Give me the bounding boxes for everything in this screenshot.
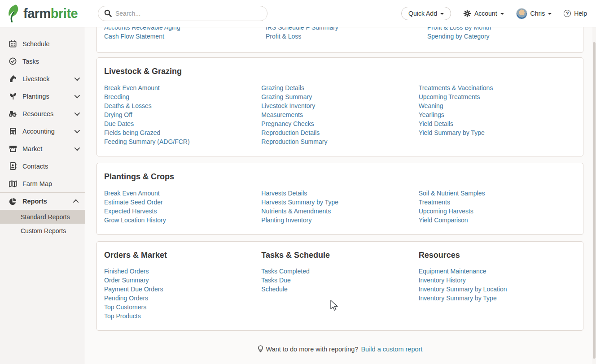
report-link[interactable]: Livestock Inventory xyxy=(261,101,418,110)
report-link[interactable]: Inventory History xyxy=(419,276,576,285)
search-input[interactable] xyxy=(98,6,267,21)
leaf-icon xyxy=(6,4,21,23)
farmbrite-logo[interactable]: farmbrite xyxy=(0,4,86,23)
sidebar-item-farm-map[interactable]: Farm Map xyxy=(0,175,85,192)
chevron-down-icon xyxy=(500,13,504,15)
report-link[interactable]: Harvests Summary by Type xyxy=(261,198,418,207)
chevron-down-icon xyxy=(74,145,80,151)
report-link[interactable]: Inventory Summary by Location xyxy=(419,285,576,294)
sidebar-subitem-standard-reports[interactable]: Standard Reports xyxy=(0,210,85,224)
sidebar-item-label: Market xyxy=(22,145,74,152)
report-link[interactable]: Nutrients & Amendments xyxy=(261,207,418,216)
sidebar-item-label: Resources xyxy=(22,110,74,117)
report-link[interactable]: Break Even Amount xyxy=(104,189,261,198)
report-link[interactable]: Payment Due Orders xyxy=(104,285,261,294)
quick-add-button[interactable]: Quick Add xyxy=(401,7,451,20)
chevron-down-icon xyxy=(548,13,552,15)
calendar-icon xyxy=(9,40,17,48)
report-link[interactable]: Estimate Seed Order xyxy=(104,198,261,207)
help-button[interactable]: ? Help xyxy=(564,10,587,17)
sidebar-item-label: Contacts xyxy=(22,163,79,170)
report-link[interactable]: Deaths & Losses xyxy=(104,101,261,110)
report-link[interactable]: Upcoming Treatments xyxy=(419,92,576,101)
sidebar-item-resources[interactable]: Resources xyxy=(0,105,85,122)
sidebar-item-schedule[interactable]: Schedule xyxy=(0,35,85,52)
report-link[interactable]: Top Products xyxy=(104,312,261,321)
report-link[interactable]: Accounts Receivable Aging xyxy=(104,27,266,32)
sidebar-item-plantings[interactable]: Plantings xyxy=(0,87,85,105)
report-link[interactable]: Tasks Completed xyxy=(261,267,418,276)
report-link[interactable]: Reproduction Details xyxy=(261,128,418,137)
search-icon xyxy=(104,9,112,17)
sidebar-item-market[interactable]: Market xyxy=(0,140,85,157)
report-link[interactable]: Finished Orders xyxy=(104,267,261,276)
report-link[interactable]: Equipment Maintenance xyxy=(419,267,576,276)
sidebar-item-label: Reports xyxy=(22,198,74,205)
scrollbar-thumb[interactable] xyxy=(593,42,596,359)
sidebar-item-reports[interactable]: Reports xyxy=(0,192,85,210)
report-link[interactable]: Grow Location History xyxy=(104,216,261,225)
report-link[interactable]: Expected Harvests xyxy=(104,207,261,216)
report-link[interactable]: Break Even Amount xyxy=(104,83,261,92)
report-link[interactable]: Cash Flow Statement xyxy=(104,32,266,41)
report-link[interactable]: Tasks Due xyxy=(261,276,418,285)
report-link[interactable]: Treatments & Vaccinations xyxy=(419,83,576,92)
report-link[interactable]: Due Dates xyxy=(104,119,261,128)
sidebar-item-label: Livestock xyxy=(22,75,74,82)
horse-icon xyxy=(9,75,17,82)
report-link[interactable]: Spending by Category xyxy=(427,32,583,41)
report-link[interactable]: Yearlings xyxy=(419,110,576,119)
report-link[interactable]: Top Customers xyxy=(104,303,261,312)
report-link[interactable]: Grazing Details xyxy=(261,83,418,92)
report-link[interactable]: Yield Comparison xyxy=(419,216,576,225)
report-link[interactable]: Reproduction Summary xyxy=(261,137,418,146)
report-link[interactable]: Pregnancy Checks xyxy=(261,119,418,128)
report-link[interactable]: Pending Orders xyxy=(104,294,261,303)
user-menu[interactable]: Chris xyxy=(516,8,552,19)
report-link[interactable]: Fields being Grazed xyxy=(104,128,261,137)
report-link[interactable]: Profit & Loss xyxy=(266,32,427,41)
report-link[interactable]: Upcoming Harvests xyxy=(419,207,576,216)
report-link[interactable]: Feeding Summary (ADG/FCR) xyxy=(104,137,261,146)
sidebar-item-accounting[interactable]: Accounting xyxy=(0,122,85,140)
vertical-scrollbar[interactable] xyxy=(592,27,596,364)
account-menu[interactable]: Account xyxy=(463,9,504,17)
sidebar-item-livestock[interactable]: Livestock xyxy=(0,70,85,87)
quick-add-label: Quick Add xyxy=(408,10,437,17)
report-link[interactable]: Treatments xyxy=(419,198,576,207)
report-link[interactable]: Harvests Details xyxy=(261,189,418,198)
report-link[interactable]: Planting Inventory xyxy=(261,216,418,225)
sidebar-subitem-label: Custom Reports xyxy=(21,227,66,234)
report-link[interactable]: Schedule xyxy=(261,285,418,294)
sidebar-subitem-custom-reports[interactable]: Custom Reports xyxy=(0,224,85,238)
report-link[interactable]: Measurements xyxy=(261,110,418,119)
report-card-accounting: Accounts Receivable AgingCash Flow State… xyxy=(96,27,583,53)
report-link[interactable]: Soil & Nutrient Samples xyxy=(419,189,576,198)
chevron-down-icon xyxy=(440,13,444,15)
report-link[interactable]: IRS Schedule F Summary xyxy=(266,27,427,32)
chevron-down-icon xyxy=(74,75,80,81)
report-link[interactable]: Grazing Summary xyxy=(261,92,418,101)
report-link[interactable]: Inventory Summary by Type xyxy=(419,294,576,303)
build-custom-report-link[interactable]: Build a custom report xyxy=(361,346,422,353)
tractor-icon xyxy=(9,110,17,117)
map-icon xyxy=(9,180,17,187)
sidebar-item-label: Farm Map xyxy=(22,180,79,187)
check-circle-icon xyxy=(9,57,17,65)
help-label: Help xyxy=(574,10,587,17)
report-link[interactable]: Yield Details xyxy=(419,119,576,128)
report-link[interactable]: Drying Off xyxy=(104,110,261,119)
report-card-livestock-grazing: Livestock & Grazing Break Even AmountBre… xyxy=(96,57,583,156)
report-link[interactable]: Profit & Loss By Month xyxy=(427,27,583,32)
sidebar-item-label: Schedule xyxy=(22,40,79,48)
report-link[interactable]: Yield Summary by Type xyxy=(419,128,576,137)
sidebar-item-contacts[interactable]: Contacts xyxy=(0,157,85,175)
report-link[interactable]: Order Summary xyxy=(104,276,261,285)
lightbulb-icon xyxy=(258,345,263,353)
sidebar-item-tasks[interactable]: Tasks xyxy=(0,52,85,70)
avatar xyxy=(516,8,527,19)
gear-icon xyxy=(463,9,471,17)
address-book-icon xyxy=(9,162,17,170)
report-link[interactable]: Weaning xyxy=(419,101,576,110)
report-link[interactable]: Breeding xyxy=(104,92,261,101)
